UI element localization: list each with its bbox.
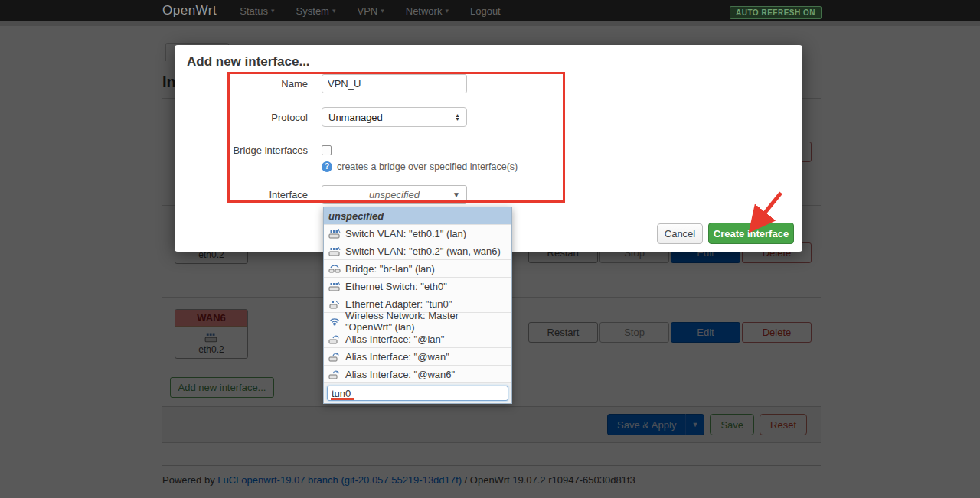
option-label: Alias Interface: "@wan" <box>345 351 449 363</box>
protocol-label: Protocol <box>175 112 308 123</box>
bridge-help: ? creates a bridge over specified interf… <box>322 161 518 172</box>
cancel-button[interactable]: Cancel <box>657 223 703 244</box>
ethernet-switch-icon <box>328 280 341 292</box>
bridge-icon <box>328 262 341 275</box>
interface-selected-value: unspecified <box>369 189 420 200</box>
bridge-help-text: creates a bridge over specified interfac… <box>337 161 518 172</box>
option-label: Ethernet Switch: "eth0" <box>345 281 447 292</box>
dropdown-option-eth0-1[interactable]: Switch VLAN: "eth0.1" (lan) <box>324 225 511 242</box>
brand-logo[interactable]: OpenWrt <box>162 3 217 18</box>
chevron-down-icon: ▾ <box>445 7 449 15</box>
option-label: Alias Interface: "@wan6" <box>345 369 455 380</box>
switch-vlan-icon <box>328 245 341 257</box>
dropdown-option-unspecified[interactable]: unspecified <box>324 207 511 225</box>
create-interface-button[interactable]: Create interface <box>708 223 794 244</box>
option-label: Bridge: "br-lan" (lan) <box>345 263 435 275</box>
spellcheck-underline <box>331 398 354 400</box>
nav-network[interactable]: Network▾ <box>406 5 449 17</box>
dropdown-option-alias-wan[interactable]: Alias Interface: "@wan" <box>324 348 511 366</box>
wifi-icon <box>328 315 341 327</box>
chevron-down-icon: ▾ <box>332 7 336 15</box>
modal-title: Add new interface... <box>187 54 310 70</box>
nav-system[interactable]: System▾ <box>296 5 336 17</box>
bridge-label: Bridge interfaces <box>175 145 308 156</box>
dropdown-option-wireless-master[interactable]: Wireless Network: Master "OpenWrt" (lan) <box>324 313 511 330</box>
option-label: Wireless Network: Master "OpenWrt" (lan) <box>345 310 507 333</box>
dropdown-option-eth0[interactable]: Ethernet Switch: "eth0" <box>324 278 511 295</box>
option-label: Ethernet Adapter: "tun0" <box>345 298 452 310</box>
dropdown-option-alias-lan[interactable]: Alias Interface: "@lan" <box>324 330 511 348</box>
updown-caret-icon: ▲▼ <box>455 113 460 121</box>
alias-icon <box>328 333 341 345</box>
bridge-checkbox[interactable] <box>322 145 332 155</box>
interface-select[interactable]: unspecified ▼ <box>322 185 467 204</box>
protocol-selected-value: Unmanaged <box>328 112 383 123</box>
nav-menu: Status▾ System▾ VPN▾ Network▾ Logout <box>240 5 501 17</box>
alias-icon <box>328 368 341 380</box>
option-label: Alias Interface: "@lan" <box>345 334 444 345</box>
ethernet-adapter-icon <box>328 298 341 310</box>
dropdown-option-alias-wan6[interactable]: Alias Interface: "@wan6" <box>324 366 511 383</box>
dropdown-option-br-lan[interactable]: Bridge: "br-lan" (lan) <box>324 260 511 278</box>
switch-vlan-icon <box>328 227 341 239</box>
chevron-down-icon: ▾ <box>381 7 384 15</box>
option-label: unspecified <box>328 210 384 222</box>
help-icon: ? <box>322 161 332 172</box>
nav-status[interactable]: Status▾ <box>240 5 274 17</box>
option-label: Switch VLAN: "eth0.2" (wan, wan6) <box>345 246 501 257</box>
alias-icon <box>328 350 341 363</box>
chevron-down-icon: ▾ <box>271 7 275 15</box>
auto-refresh-badge[interactable]: AUTO REFRESH ON <box>730 6 822 19</box>
top-navbar: OpenWrt Status▾ System▾ VPN▾ Network▾ Lo… <box>0 0 980 26</box>
custom-interface-row <box>324 383 511 403</box>
name-input[interactable] <box>322 74 467 93</box>
dropdown-option-eth0-2[interactable]: Switch VLAN: "eth0.2" (wan, wan6) <box>324 242 511 260</box>
nav-vpn[interactable]: VPN▾ <box>357 5 384 17</box>
name-label: Name <box>175 78 308 90</box>
chevron-down-icon: ▼ <box>452 190 460 199</box>
protocol-select[interactable]: Unmanaged ▲▼ <box>322 107 467 127</box>
nav-logout[interactable]: Logout <box>470 5 501 17</box>
option-label: Switch VLAN: "eth0.1" (lan) <box>345 228 466 239</box>
interface-label: Interface <box>175 189 308 200</box>
interface-dropdown-list: unspecified Switch VLAN: "eth0.1" (lan) … <box>323 207 512 404</box>
